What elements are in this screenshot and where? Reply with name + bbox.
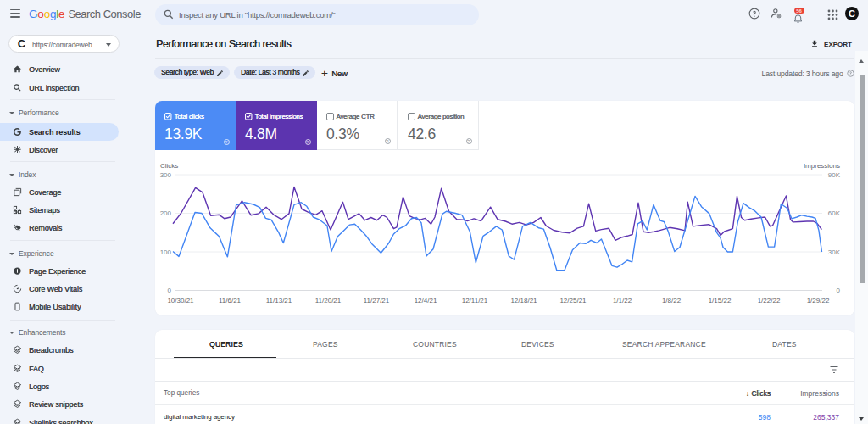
svg-text:30K: 30K: [828, 248, 841, 256]
svg-text:11/13/21: 11/13/21: [266, 297, 292, 304]
svg-text:60K: 60K: [828, 209, 841, 217]
svg-text:10/30/21: 10/30/21: [167, 297, 194, 304]
svg-text:11/20/21: 11/20/21: [315, 297, 342, 304]
svg-text:0: 0: [837, 287, 841, 294]
svg-text:1/15/22: 1/15/22: [709, 297, 732, 304]
svg-text:100: 100: [160, 248, 172, 256]
svg-text:1/22/22: 1/22/22: [758, 297, 781, 304]
svg-text:1/1/22: 1/1/22: [613, 297, 632, 304]
svg-text:1/8/22: 1/8/22: [662, 297, 682, 304]
svg-text:12/4/21: 12/4/21: [415, 297, 437, 304]
svg-text:12/25/21: 12/25/21: [559, 297, 587, 304]
svg-text:200: 200: [160, 209, 172, 217]
svg-text:12/11/21: 12/11/21: [462, 297, 488, 304]
svg-text:11/6/21: 11/6/21: [219, 297, 242, 304]
svg-text:Impressions: Impressions: [804, 162, 840, 170]
svg-text:12/18/21: 12/18/21: [510, 297, 537, 304]
svg-text:Clicks: Clicks: [160, 162, 178, 170]
svg-text:11/27/21: 11/27/21: [364, 297, 390, 304]
svg-text:1/29/22: 1/29/22: [807, 297, 830, 304]
svg-text:0: 0: [168, 287, 172, 294]
svg-text:90K: 90K: [828, 171, 841, 179]
svg-text:300: 300: [160, 171, 172, 179]
